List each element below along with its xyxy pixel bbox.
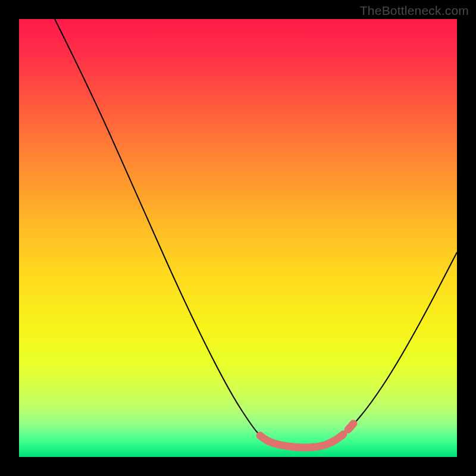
bottleneck-curve [55,19,457,447]
watermark-text: TheBottleneck.com [360,4,469,18]
bottleneck-curve-svg [19,19,457,457]
optimal-zone-dash [348,424,353,430]
chart-frame [19,19,457,457]
optimal-zone-highlight [260,434,343,447]
